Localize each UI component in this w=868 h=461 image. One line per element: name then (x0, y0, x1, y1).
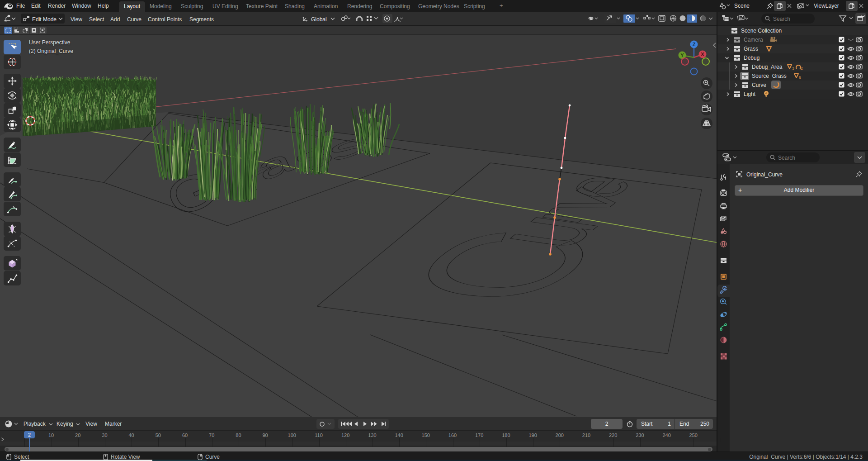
svg-text:3: 3 (792, 66, 794, 71)
svg-text:Y: Y (680, 52, 684, 58)
svg-text:6: 6 (799, 75, 801, 80)
svg-text:2: 2 (801, 66, 803, 71)
svg-text:X: X (701, 52, 704, 57)
svg-text:Z: Z (693, 42, 696, 47)
